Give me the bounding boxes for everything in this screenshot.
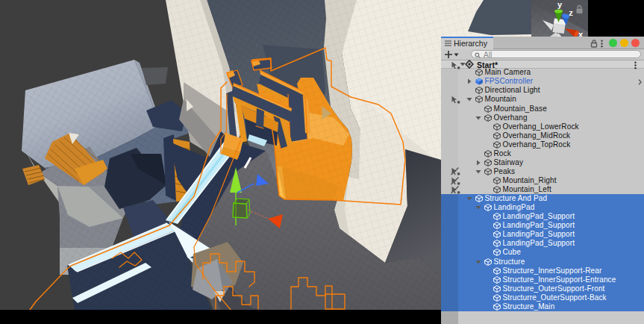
svg-text:z: z: [569, 8, 573, 17]
svg-text:y: y: [557, 0, 563, 9]
